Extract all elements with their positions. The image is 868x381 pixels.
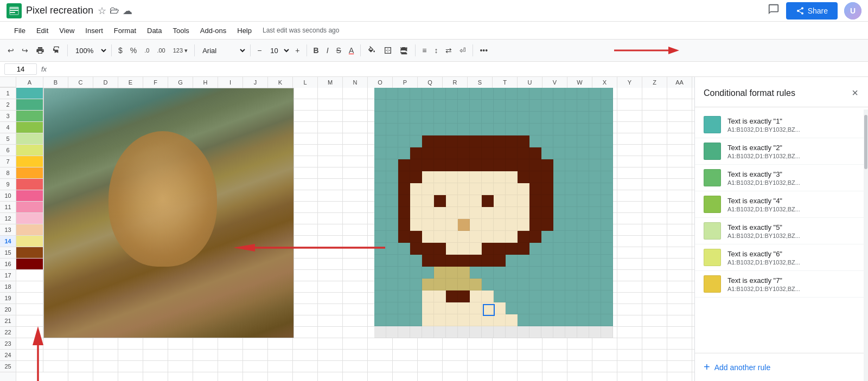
pixel-cell[interactable] <box>494 267 506 279</box>
pixel-cell[interactable] <box>458 171 470 183</box>
pixel-cell[interactable] <box>601 135 613 147</box>
pixel-cell[interactable] <box>494 279 506 290</box>
swatch-row-7[interactable] <box>16 156 43 167</box>
pixel-cell[interactable] <box>589 88 601 100</box>
pixel-cell[interactable] <box>398 100 410 112</box>
pixel-cell[interactable] <box>422 279 434 290</box>
pixel-cell[interactable] <box>601 243 613 255</box>
pixel-cell[interactable] <box>577 183 589 195</box>
pixel-cell[interactable] <box>577 112 589 124</box>
pixel-cell[interactable] <box>470 314 482 326</box>
pixel-cell[interactable] <box>458 195 470 207</box>
pixel-cell[interactable] <box>601 231 613 243</box>
pixel-cell[interactable] <box>410 88 422 100</box>
pixel-cell[interactable] <box>434 159 446 171</box>
pixel-cell[interactable] <box>410 135 422 147</box>
pixel-cell[interactable] <box>506 255 518 267</box>
pixel-cell[interactable] <box>398 314 410 326</box>
pixel-cell[interactable] <box>494 231 506 243</box>
pixel-cell[interactable] <box>446 124 458 135</box>
pixel-cell[interactable] <box>518 207 529 219</box>
pixel-cell[interactable] <box>494 100 506 112</box>
menu-edit[interactable]: Edit <box>31 24 54 37</box>
pixel-cell[interactable] <box>541 219 553 231</box>
pixel-cell[interactable] <box>494 219 506 231</box>
pixel-cell[interactable] <box>410 171 422 183</box>
pixel-cell[interactable] <box>458 314 470 326</box>
col-O[interactable]: O <box>368 77 393 88</box>
cloud-icon[interactable]: ☁ <box>123 5 132 17</box>
pixel-cell[interactable] <box>494 326 506 338</box>
col-Z[interactable]: Z <box>642 77 667 88</box>
swatch-row-5[interactable] <box>16 133 43 145</box>
pixel-cell[interactable] <box>589 124 601 135</box>
pixel-cell[interactable] <box>434 100 446 112</box>
pixel-cell[interactable] <box>494 183 506 195</box>
col-D[interactable]: D <box>93 77 118 88</box>
pixel-cell[interactable] <box>434 195 446 207</box>
pixel-cell[interactable] <box>518 279 529 290</box>
valign-button[interactable]: ↕ <box>431 44 441 57</box>
pixel-cell[interactable] <box>470 147 482 159</box>
pixel-cell[interactable] <box>506 290 518 302</box>
pixel-cell[interactable] <box>577 314 589 326</box>
pixel-cell[interactable] <box>446 279 458 290</box>
pixel-cell[interactable] <box>410 231 422 243</box>
pixel-cell[interactable] <box>374 326 386 338</box>
pixel-cell[interactable] <box>553 290 565 302</box>
share-button[interactable]: Share <box>786 2 838 20</box>
pixel-cell[interactable] <box>565 112 577 124</box>
pixel-cell[interactable] <box>577 159 589 171</box>
menu-format[interactable]: Format <box>108 24 142 37</box>
pixel-cell[interactable] <box>374 231 386 243</box>
pixel-cell[interactable] <box>470 290 482 302</box>
pixel-cell[interactable] <box>541 124 553 135</box>
pixel-cell[interactable] <box>589 159 601 171</box>
col-E[interactable]: E <box>118 77 143 88</box>
pixel-cell[interactable] <box>398 207 410 219</box>
pixel-cell[interactable] <box>494 147 506 159</box>
swatch-row-1[interactable] <box>16 88 43 99</box>
pixel-cell[interactable] <box>601 255 613 267</box>
pixel-cell[interactable] <box>565 183 577 195</box>
pixel-cell[interactable] <box>601 159 613 171</box>
pixel-cell[interactable] <box>374 135 386 147</box>
pixel-cell[interactable] <box>422 195 434 207</box>
pixel-cell[interactable] <box>553 231 565 243</box>
pixel-cell[interactable] <box>553 112 565 124</box>
pixel-cell[interactable] <box>541 302 553 314</box>
pixel-cell[interactable] <box>470 100 482 112</box>
pixel-cell[interactable] <box>422 243 434 255</box>
col-C[interactable]: C <box>68 77 93 88</box>
pixel-cell[interactable] <box>410 124 422 135</box>
pixel-cell[interactable] <box>553 267 565 279</box>
pixel-cell[interactable] <box>529 267 541 279</box>
pixel-cell[interactable] <box>577 195 589 207</box>
pixel-cell[interactable] <box>470 88 482 100</box>
pixel-cell[interactable] <box>506 159 518 171</box>
pixel-cell[interactable] <box>589 171 601 183</box>
pixel-cell[interactable] <box>565 231 577 243</box>
pixel-cell[interactable] <box>374 255 386 267</box>
pixel-cell[interactable] <box>386 159 398 171</box>
col-AA[interactable]: AA <box>667 77 692 88</box>
pixel-cell[interactable] <box>589 219 601 231</box>
menu-addons[interactable]: Add-ons <box>195 24 232 37</box>
swatch-row-19[interactable] <box>16 293 43 304</box>
swatch-row-12[interactable] <box>16 213 43 224</box>
pixel-cell[interactable] <box>494 314 506 326</box>
pixel-cell[interactable] <box>458 267 470 279</box>
pixel-cell[interactable] <box>553 171 565 183</box>
pixel-cell[interactable] <box>541 171 553 183</box>
pixel-cell[interactable] <box>529 183 541 195</box>
pixel-cell[interactable] <box>386 219 398 231</box>
pixel-cell[interactable] <box>518 290 529 302</box>
pixel-cell[interactable] <box>398 171 410 183</box>
pixel-cell[interactable] <box>410 267 422 279</box>
pixel-cell[interactable] <box>529 88 541 100</box>
pixel-cell[interactable] <box>410 290 422 302</box>
pixel-cell[interactable] <box>518 135 529 147</box>
row-21[interactable]: 21 <box>0 315 16 327</box>
pixel-cell[interactable] <box>518 195 529 207</box>
pixel-cell[interactable] <box>506 171 518 183</box>
